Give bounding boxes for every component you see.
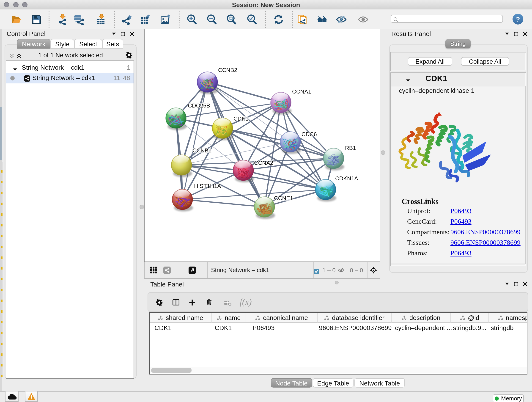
svg-text:CCNA1: CCNA1 xyxy=(292,89,311,95)
svg-text:CCNB1: CCNB1 xyxy=(192,147,211,153)
svg-text:RB1: RB1 xyxy=(345,145,356,151)
svg-text:CDK1: CDK1 xyxy=(234,115,249,122)
svg-text:HIST1H1A: HIST1H1A xyxy=(194,183,221,189)
svg-text:CDKN1A: CDKN1A xyxy=(335,175,358,182)
svg-text:CCNB2: CCNB2 xyxy=(218,67,237,73)
svg-text:CCNA2: CCNA2 xyxy=(254,160,273,166)
svg-text:CDC25B: CDC25B xyxy=(188,102,210,109)
svg-text:CCNE1: CCNE1 xyxy=(274,195,293,201)
svg-text:CDC6: CDC6 xyxy=(302,131,317,137)
